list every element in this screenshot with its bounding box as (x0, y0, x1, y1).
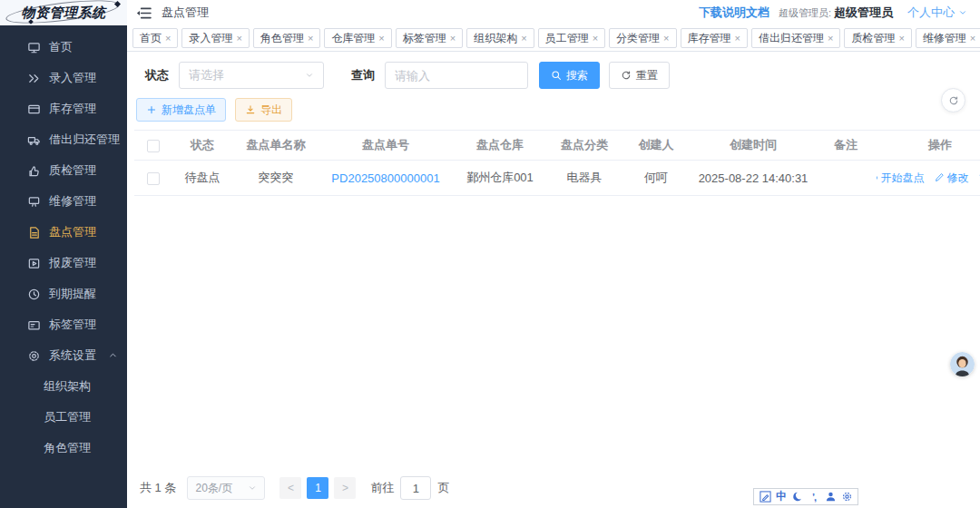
status-filter-label: 状态 (145, 67, 169, 83)
ime-pen-square-icon[interactable] (759, 490, 772, 503)
chevron-down-icon (958, 8, 967, 17)
edit-link[interactable]: 修改 (934, 171, 969, 186)
cell-order-no-link[interactable]: PD20250800000001 (319, 161, 452, 196)
tab-close-icon[interactable]: × (450, 33, 456, 44)
table-refresh-button[interactable] (941, 88, 965, 112)
tab-warehouse[interactable]: 仓库管理× (324, 28, 391, 48)
sidebar-item-home[interactable]: 首页 (0, 32, 127, 63)
cell-creator: 何呵 (621, 161, 691, 196)
thumb-up-icon (27, 164, 41, 178)
sidebar-item-quality[interactable]: 质检管理 (0, 155, 127, 186)
profile-menu[interactable]: 个人中心 (907, 5, 967, 21)
ime-person-icon[interactable] (824, 490, 838, 503)
tab-quality[interactable]: 质检管理× (844, 28, 911, 48)
export-button[interactable]: 导出 (235, 98, 292, 122)
add-stocktake-button[interactable]: 新增盘点单 (136, 98, 226, 122)
tab-close-icon[interactable]: × (378, 33, 384, 44)
tab-close-icon[interactable]: × (898, 33, 904, 44)
tab-roles[interactable]: 角色管理× (253, 28, 320, 48)
tab-close-icon[interactable]: × (663, 33, 669, 44)
sidebar-item-tags[interactable]: 标签管理 (0, 309, 127, 340)
tab-tags[interactable]: 标签管理× (396, 28, 463, 48)
tag-card-icon (27, 318, 41, 332)
tab-close-icon[interactable]: × (970, 33, 975, 44)
tab-close-icon[interactable]: × (165, 33, 171, 44)
sidebar-fold-icon[interactable] (136, 7, 152, 19)
ime-punctuation-icon[interactable]: ’, (808, 490, 821, 503)
column-header-order-no: 盘点单号 (319, 131, 452, 161)
column-header-created-at: 创建时间 (691, 131, 815, 161)
edit-pencil-icon (934, 172, 945, 183)
sidebar-item-stocktake[interactable]: 盘点管理 (0, 217, 127, 248)
column-header-remark: 备注 (815, 131, 877, 161)
column-header-category: 盘点分类 (548, 131, 621, 161)
tab-close-icon[interactable]: × (236, 33, 241, 44)
sidebar-item-scrap[interactable]: 报废管理 (0, 248, 127, 278)
sidebar-item-borrow-return[interactable]: 借出归还管理 (0, 124, 127, 155)
page-size-select[interactable]: 20条/页 (187, 476, 265, 500)
tab-close-icon[interactable]: × (735, 33, 740, 44)
tab-categories[interactable]: 分类管理× (609, 28, 676, 48)
start-stocktake-link[interactable]: 开始盘点 (877, 171, 925, 186)
truck-icon (27, 133, 41, 147)
ime-moon-icon[interactable] (791, 490, 805, 503)
cell-name: 突突突 (232, 161, 319, 196)
sidebar-item-label: 质检管理 (49, 162, 96, 179)
sidebar-item-expiry-reminder[interactable]: 到期提醒 (0, 278, 127, 309)
prev-page-button[interactable]: < (279, 477, 301, 499)
profile-label: 个人中心 (907, 5, 955, 21)
goto-page-input[interactable] (400, 476, 431, 500)
query-filter-label: 查询 (351, 67, 375, 83)
tab-close-icon[interactable]: × (593, 33, 598, 44)
tab-close-icon[interactable]: × (828, 33, 833, 44)
next-page-button[interactable]: > (334, 477, 356, 499)
assistant-avatar[interactable] (950, 352, 975, 376)
search-button[interactable]: 搜索 (539, 62, 600, 89)
status-select-placeholder: 请选择 (189, 67, 224, 83)
tab-inventory[interactable]: 库存管理× (681, 28, 748, 48)
select-all-checkbox[interactable] (147, 140, 160, 152)
tab-org-structure[interactable]: 组织架构× (466, 28, 534, 48)
page-number-current[interactable]: 1 (307, 477, 328, 499)
sidebar-item-label: 盘点管理 (49, 224, 96, 240)
ime-toolbar: 中 ’, (753, 488, 858, 505)
tab-entry[interactable]: 录入管理× (181, 28, 249, 48)
ime-gear-icon[interactable] (840, 490, 854, 503)
sidebar-subitem-employees[interactable]: 员工管理 (0, 402, 127, 433)
ime-chinese-mode-icon[interactable]: 中 (775, 490, 789, 503)
download-doc-link[interactable]: 下载说明文档 (699, 5, 769, 21)
sidebar-subitem-org-structure[interactable]: 组织架构 (0, 371, 127, 402)
cell-remark (815, 161, 877, 196)
tab-employees[interactable]: 员工管理× (538, 28, 605, 48)
cell-status: 待盘点 (172, 161, 232, 196)
role-value: 超级管理员 (834, 5, 893, 21)
topbar: 盘点管理 下载说明文档 超级管理员: 超级管理员 个人中心 (127, 0, 980, 25)
topbar-right: 下载说明文档 超级管理员: 超级管理员 个人中心 (699, 5, 967, 21)
double-arrow-right-icon (27, 72, 41, 85)
sidebar-item-label: 借出归还管理 (49, 132, 120, 148)
search-icon (551, 70, 562, 81)
status-select[interactable]: 请选择 (179, 62, 324, 89)
tab-borrow-return[interactable]: 借出归还管理× (751, 28, 840, 48)
app-logo: 物资管理系统 (0, 0, 127, 25)
tab-home[interactable]: 首页× (132, 28, 178, 48)
sidebar-item-inventory[interactable]: 库存管理 (0, 93, 127, 124)
row-operations: 开始盘点 修改 删除 (877, 171, 980, 186)
tab-close-icon[interactable]: × (521, 33, 526, 44)
row-checkbox[interactable] (147, 172, 160, 185)
query-input[interactable] (385, 62, 528, 89)
reset-button[interactable]: 重置 (609, 62, 670, 89)
sidebar-item-entry[interactable]: 录入管理 (0, 63, 127, 93)
clock-icon (27, 288, 41, 301)
document-icon (27, 226, 41, 239)
filter-row: 状态 请选择 查询 搜索 重置 (145, 62, 973, 89)
sidebar-item-label: 录入管理 (49, 70, 96, 86)
sidebar-item-system-settings[interactable]: 系统设置 (0, 340, 127, 371)
sidebar-item-label: 报废管理 (49, 255, 96, 271)
column-header-name: 盘点单名称 (232, 131, 319, 161)
sidebar-item-label: 标签管理 (49, 317, 96, 333)
sidebar-item-repair[interactable]: 维修管理 (0, 186, 127, 217)
sidebar-subitem-roles[interactable]: 角色管理 (0, 433, 127, 464)
tab-close-icon[interactable]: × (308, 33, 313, 44)
tab-repair[interactable]: 维修管理× (916, 28, 980, 48)
